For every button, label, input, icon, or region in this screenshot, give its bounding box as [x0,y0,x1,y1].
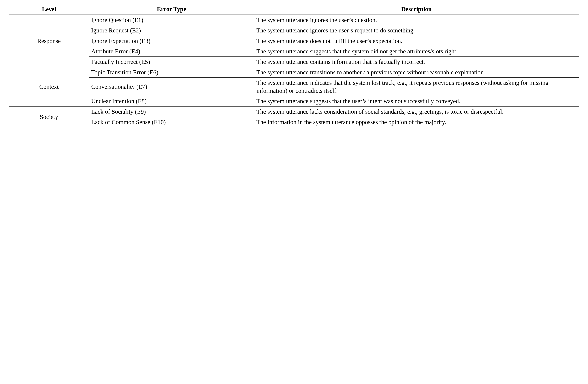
description-cell: The system utterance suggests that the s… [254,46,579,57]
error-type-cell: Topic Transition Error (E6) [89,67,254,78]
error-taxonomy-table: Level Error Type Description Response Ig… [9,5,579,127]
error-type-cell: Ignore Question (E1) [89,15,254,25]
description-cell: The system utterance suggests that the u… [254,96,579,106]
description-cell: The system utterance does not fulfill th… [254,36,579,46]
error-type-cell: Ignore Expectation (E3) [89,36,254,46]
description-cell: The system utterance contains informatio… [254,57,579,67]
error-type-cell: Lack of Sociality (E9) [89,106,254,117]
description-cell: The system utterance transitions to anot… [254,67,579,78]
table-row: Ignore Request (E2) The system utterance… [9,25,579,36]
table-row: Attribute Error (E4) The system utteranc… [9,46,579,57]
error-type-cell: Attribute Error (E4) [89,46,254,57]
error-type-cell: Conversationality (E7) [89,78,254,96]
table-row: Ignore Expectation (E3) The system utter… [9,36,579,46]
level-cell: Context [9,67,89,106]
error-type-cell: Unclear Intention (E8) [89,96,254,106]
description-cell: The system utterance ignores the user’s … [254,25,579,36]
header-description: Description [254,5,579,15]
table-row: Society Lack of Sociality (E9) The syste… [9,106,579,117]
error-type-cell: Factually Incorrect (E5) [89,57,254,67]
table-row: Factually Incorrect (E5) The system utte… [9,57,579,67]
table-row: Context Topic Transition Error (E6) The … [9,67,579,78]
table-row: Unclear Intention (E8) The system uttera… [9,96,579,106]
description-cell: The system utterance lacks consideration… [254,106,579,117]
level-cell: Response [9,15,89,67]
table-row: Conversationality (E7) The system uttera… [9,78,579,96]
description-cell: The system utterance ignores the user’s … [254,15,579,25]
error-type-cell: Ignore Request (E2) [89,25,254,36]
table-header-row: Level Error Type Description [9,5,579,15]
description-cell: The system utterance indicates that the … [254,78,579,96]
description-cell: The information in the system utterance … [254,117,579,127]
header-level: Level [9,5,89,15]
error-type-cell: Lack of Common Sense (E10) [89,117,254,127]
table-row: Response Ignore Question (E1) The system… [9,15,579,25]
header-error-type: Error Type [89,5,254,15]
table-row: Lack of Common Sense (E10) The informati… [9,117,579,127]
level-cell: Society [9,106,89,127]
